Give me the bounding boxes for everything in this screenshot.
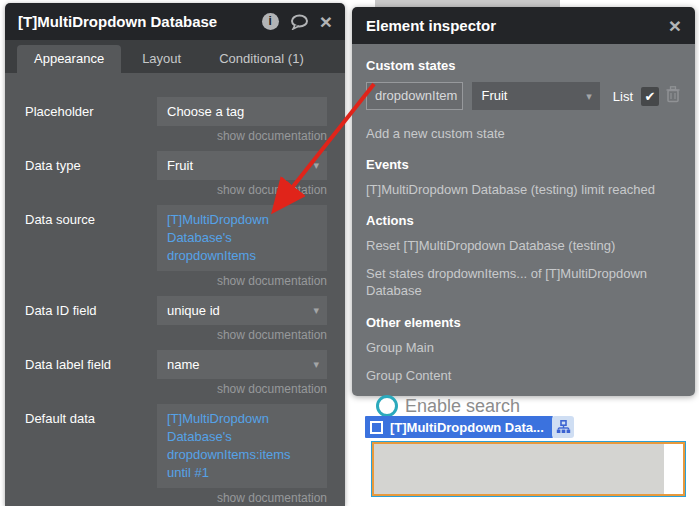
list-checkbox[interactable]: ✔	[641, 87, 659, 106]
enable-search-canvas-label: Enable search	[405, 396, 520, 417]
dropdown-value: Fruit	[167, 158, 193, 173]
multidropdown-element-body	[372, 442, 685, 496]
inspector-title: Element inspector	[366, 17, 669, 34]
property-editor-header[interactable]: [T]MultiDropdown Database i ×	[5, 3, 345, 40]
selected-element-badge[interactable]: [T]MultiDropdown Data...	[365, 416, 553, 438]
badge-label: [T]MultiDropdown Data...	[390, 420, 544, 435]
events-heading: Events	[366, 157, 680, 172]
list-label: List	[613, 89, 633, 104]
element-scrollbar-track	[664, 444, 683, 494]
actions-heading: Actions	[366, 213, 680, 228]
hierarchy-icon	[556, 420, 571, 434]
tab-bar: Appearance Layout Conditional (1)	[5, 40, 345, 73]
show-documentation-link[interactable]: show documentation	[25, 183, 327, 197]
tab-appearance[interactable]: Appearance	[17, 45, 121, 73]
custom-states-heading: Custom states	[366, 58, 680, 73]
element-title: [T]MultiDropdown Database	[18, 13, 262, 30]
enable-search-radio[interactable]	[376, 395, 398, 417]
action-item[interactable]: Reset [T]MultiDropdown Database (testing…	[366, 237, 680, 254]
element-inspector-panel: Element inspector × Custom states dropdo…	[352, 7, 695, 396]
trash-icon[interactable]	[666, 86, 680, 106]
chevron-down-icon: ▾	[586, 82, 592, 110]
close-icon[interactable]: ×	[320, 13, 332, 30]
field-label: Data source	[25, 205, 157, 227]
dropdown-value: Fruit	[481, 88, 507, 103]
inspector-header[interactable]: Element inspector ×	[352, 7, 695, 44]
badge-checkbox-icon	[370, 421, 383, 434]
tab-layout[interactable]: Layout	[125, 45, 198, 73]
show-documentation-link[interactable]: show documentation	[25, 129, 327, 143]
field-row-data-type: Data type Fruit ▾ show documentation	[25, 151, 327, 197]
action-item[interactable]: Set states dropdownItems... of [T]MultiD…	[366, 265, 680, 299]
dropdown-value: unique id	[167, 303, 220, 318]
show-documentation-link[interactable]: show documentation	[25, 274, 327, 288]
field-label: Default data	[25, 404, 157, 426]
tab-conditional[interactable]: Conditional (1)	[202, 45, 321, 73]
show-documentation-link[interactable]: show documentation	[25, 328, 327, 342]
field-row-data-id: Data ID field unique id ▾ show documenta…	[25, 296, 327, 342]
chevron-down-icon: ▾	[313, 151, 319, 180]
info-icon[interactable]: i	[262, 13, 279, 30]
comment-icon[interactable]	[290, 14, 309, 30]
show-documentation-link[interactable]: show documentation	[25, 491, 327, 505]
other-elements-heading: Other elements	[366, 315, 680, 330]
canvas-background-element	[375, 0, 560, 7]
dropdown-value: name	[167, 357, 200, 372]
field-row-data-label: Data label field name ▾ show documentati…	[25, 350, 327, 396]
data-source-expression[interactable]: [T]MultiDropdown Database's dropdownItem…	[157, 205, 327, 271]
data-type-dropdown[interactable]: Fruit ▾	[157, 151, 327, 180]
field-row-default-data: Default data [T]MultiDropdown Database's…	[25, 404, 327, 505]
custom-state-row: dropdownItem Fruit ▾ List ✔	[366, 82, 680, 110]
inspector-body: Custom states dropdownItem Fruit ▾ List …	[352, 44, 695, 396]
field-label: Data type	[25, 151, 157, 173]
chevron-down-icon: ▾	[313, 296, 319, 325]
element-tree-button[interactable]	[552, 416, 574, 438]
field-row-placeholder: Placeholder Choose a tag show documentat…	[25, 97, 327, 143]
appearance-tab-content: Placeholder Choose a tag show documentat…	[5, 73, 345, 506]
other-element-item[interactable]: Group Main	[366, 339, 680, 356]
show-documentation-link[interactable]: show documentation	[25, 382, 327, 396]
other-element-item[interactable]: Group Content	[366, 367, 680, 384]
placeholder-input[interactable]: Choose a tag	[157, 97, 327, 126]
add-custom-state-link[interactable]: Add a new custom state	[366, 125, 680, 142]
field-label: Placeholder	[25, 97, 157, 119]
field-row-data-source: Data source [T]MultiDropdown Database's …	[25, 205, 327, 288]
state-type-dropdown[interactable]: Fruit ▾	[472, 82, 599, 110]
field-label: Data ID field	[25, 296, 157, 318]
state-name-input[interactable]: dropdownItem	[366, 82, 463, 110]
data-id-field-dropdown[interactable]: unique id ▾	[157, 296, 327, 325]
multidropdown-canvas-element[interactable]	[371, 441, 686, 497]
close-icon[interactable]: ×	[669, 17, 681, 34]
event-item[interactable]: [T]MultiDropdown Database (testing) limi…	[366, 181, 680, 198]
default-data-expression[interactable]: [T]MultiDropdown Database's dropdownItem…	[157, 404, 327, 488]
property-editor-panel: [T]MultiDropdown Database i × Appearance…	[5, 3, 345, 506]
chevron-down-icon: ▾	[313, 350, 319, 379]
data-label-field-dropdown[interactable]: name ▾	[157, 350, 327, 379]
field-label: Data label field	[25, 350, 157, 372]
